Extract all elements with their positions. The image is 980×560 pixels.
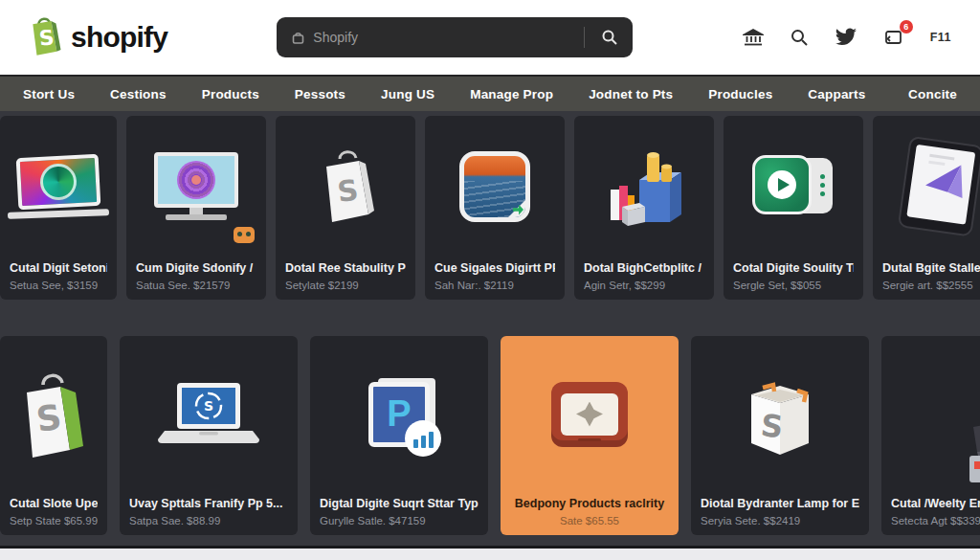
orange-module-illustration <box>501 336 679 492</box>
play-icon <box>768 170 796 199</box>
main-nav: Stort Us Cestions Products Pessots Jung … <box>0 75 980 111</box>
product-title: Cum Digite Sdonify / P19... <box>136 261 256 275</box>
shopify-bag-logo-icon: S <box>25 13 63 61</box>
white-shopify-bag-illustration: S <box>276 116 415 257</box>
product-card[interactable]: Cum Digite Sdonify / P19... Satua See. $… <box>126 116 266 300</box>
search-submit-button[interactable] <box>594 22 625 53</box>
product-card[interactable]: Dutal Bgite Stalley N... Sergie art. $$2… <box>873 116 980 300</box>
tablet-paper-plane-illustration <box>873 116 980 257</box>
star-burst-icon <box>576 402 603 427</box>
product-title: Cotal Digite Soulity Trps P8... <box>733 261 854 275</box>
magnifier-icon <box>601 29 618 46</box>
product-card[interactable]: Cotal Digite Soulity Trps P8... Sergle S… <box>724 116 863 300</box>
product-price: Sergie art. $$2555 <box>882 280 980 291</box>
product-price: Sah Nar:. $2119 <box>434 280 555 291</box>
product-price: Sate $65.55 <box>510 515 669 526</box>
svg-text:S: S <box>759 407 785 445</box>
monitor-purple-spiral-illustration <box>126 116 266 257</box>
cartoon-critter-icon <box>234 227 255 243</box>
laptop-color-swirl-illustration <box>0 116 117 257</box>
blue-p-app-illustration: P <box>310 336 488 492</box>
f11-label: F11 <box>930 31 951 44</box>
search-icon[interactable] <box>790 28 809 47</box>
product-price: Seryia Sete. $$2419 <box>701 515 859 526</box>
nav-item-manage-prop[interactable]: Manage Prop <box>470 87 553 101</box>
product-price: Gurylle Satle. $47159 <box>320 515 479 526</box>
green-shopify-bag-illustration: S <box>0 336 107 492</box>
product-title: Dotal BighCetbplitc / Pr 1... <box>584 261 704 275</box>
product-card[interactable]: Dotal BighCetbplitc / Pr 1... Agin Setr,… <box>574 116 714 300</box>
nav-item-stort-us[interactable]: Stort Us <box>23 87 75 101</box>
notification-badge: 6 <box>900 20 913 34</box>
nav-item-producles[interactable]: Producles <box>708 87 772 101</box>
page-bottom-strip <box>0 546 980 560</box>
nav-item-products[interactable]: Products <box>202 87 259 101</box>
3d-bar-chart-illustration <box>574 116 714 257</box>
svg-text:S: S <box>204 398 213 414</box>
bank-icon[interactable] <box>743 28 764 47</box>
product-title: Uvay Spttals Franify Pp 5... <box>129 497 288 510</box>
product-card[interactable]: Cue Sigales Digirtt PP... Sah Nar:. $211… <box>425 116 565 300</box>
open-box-s-illustration: S <box>691 336 869 492</box>
product-title: Cue Sigales Digirtt PP... <box>434 261 555 275</box>
product-title: Cutal Slote Upent figh P7... <box>10 497 98 510</box>
product-price: Setua See, $3159 <box>10 280 107 291</box>
product-price: Sergle Set, $$055 <box>733 280 854 291</box>
svg-text:S: S <box>38 25 56 50</box>
svg-text:S: S <box>336 172 361 208</box>
top-header: S shopify <box>0 0 980 75</box>
search-bar[interactable] <box>277 17 633 57</box>
product-title: Dotal Ree Stabulity P9... <box>285 261 406 275</box>
search-divider <box>584 27 585 48</box>
girl-with-laptop-illustration <box>881 336 980 492</box>
laptop-sync-illustration: S <box>120 336 298 492</box>
messages-icon[interactable]: 6 <box>883 28 904 47</box>
product-card[interactable]: Cutal /Weelty Ency... Setecta Agt $$339 <box>881 336 980 535</box>
product-row-1: Cutal Digit Setonifyr P9... Setua See, $… <box>0 116 980 300</box>
nav-item-pessots[interactable]: Pessots <box>295 87 345 101</box>
nav-item-capparts[interactable]: Capparts <box>808 87 865 101</box>
shopify-logo[interactable]: S shopify <box>25 13 167 61</box>
nav-item-cestions[interactable]: Cestions <box>110 87 167 101</box>
product-card[interactable]: S Uvay Spttals Franify Pp 5... Satpa Sae… <box>120 336 298 535</box>
product-price: Agin Setr, $$299 <box>584 280 704 291</box>
product-price: Satpa Sae. $88.99 <box>129 515 288 526</box>
product-card[interactable]: S Diotal Bydranter Lamp for Ep Seryia Se… <box>691 336 869 535</box>
product-title: Dutal Bgite Stalley N... <box>882 261 980 275</box>
product-title: Bedpony Products raclrity <box>510 497 669 510</box>
mini-chart-badge-icon <box>405 420 441 457</box>
product-price: Setp State $65.99 <box>10 515 98 526</box>
product-card[interactable]: S Dotal Ree Stabulity P9... Setylate $21… <box>276 116 415 300</box>
product-card[interactable]: Cutal Digit Setonifyr P9... Setua See, $… <box>0 116 117 300</box>
twitter-icon[interactable] <box>835 28 858 47</box>
search-input[interactable] <box>313 30 574 45</box>
nav-item-jung-us[interactable]: Jung US <box>381 87 434 101</box>
green-video-app-illustration <box>724 116 863 257</box>
product-price: Satua See. $21579 <box>136 280 256 291</box>
product-price: Setylate $2199 <box>285 280 406 291</box>
product-card-featured[interactable]: Bedpony Products raclrity Sate $65.55 <box>501 336 679 535</box>
waves-artwork-illustration <box>425 116 565 257</box>
logo-wordmark: shopify <box>71 21 167 54</box>
bag-glyph-icon <box>292 31 304 45</box>
product-row-2: S Cutal Slote Upent figh P7... Setp Stat… <box>0 336 980 535</box>
product-grid: Cutal Digit Setonifyr P9... Setua See, $… <box>0 111 980 560</box>
product-card[interactable]: S Cutal Slote Upent figh P7... Setp Stat… <box>0 336 107 535</box>
product-card[interactable]: P Digtal Digite Suqrt Sttar Type... Gury… <box>310 336 488 535</box>
product-title: Diotal Bydranter Lamp for Ep <box>701 497 859 510</box>
header-icon-group: 6 F11 <box>743 28 951 47</box>
product-title: Digtal Digite Suqrt Sttar Type... <box>320 497 479 510</box>
product-title: Cutal /Weelty Ency... <box>891 497 980 510</box>
product-title: Cutal Digit Setonifyr P9... <box>10 261 107 275</box>
nav-item-jodnet-to-pts[interactable]: Jodnet to Pts <box>589 87 673 101</box>
product-price: Setecta Agt $$339 <box>891 515 980 526</box>
nav-item-concite[interactable]: Concite <box>908 87 957 101</box>
